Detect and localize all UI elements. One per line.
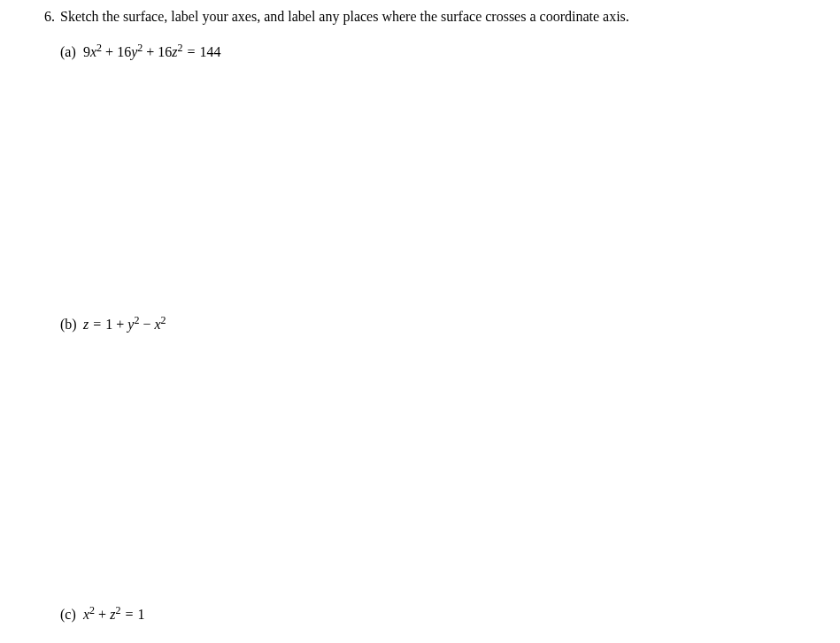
minus-b: −	[143, 317, 150, 332]
part-b-equation: z=1+y2−x2	[83, 317, 166, 333]
var-x-b: x	[154, 317, 160, 332]
coef-16a: 16	[117, 44, 131, 59]
const-1: 1	[105, 317, 112, 332]
part-a-label: (a)	[60, 44, 83, 60]
part-a-equation: 9x2+16y2+16z2=144	[83, 44, 221, 60]
part-b: (b) z=1+y2−x2	[60, 317, 822, 333]
part-c: (c) x2+z2=1	[60, 607, 822, 623]
plus-b: +	[116, 317, 124, 332]
part-a: (a) 9x2+16y2+16z2=144	[60, 44, 822, 60]
coef-16b: 16	[158, 44, 172, 59]
part-b-label: (b)	[60, 317, 83, 333]
problem-text: Sketch the surface, label your axes, and…	[60, 7, 629, 27]
equals-c: =	[125, 607, 133, 622]
part-c-equation: x2+z2=1	[83, 607, 144, 623]
plus-op: +	[105, 44, 113, 59]
plus-op-2: +	[146, 44, 154, 59]
rhs-1: 1	[137, 607, 144, 622]
problem-6: 6. Sketch the surface, label your axes, …	[34, 7, 822, 27]
plus-c: +	[98, 607, 106, 622]
coef-9: 9	[83, 44, 90, 59]
equals: =	[188, 44, 196, 59]
rhs-144: 144	[200, 44, 221, 59]
equals-b: =	[93, 317, 101, 332]
problem-number: 6.	[34, 9, 55, 25]
part-c-label: (c)	[60, 607, 83, 623]
var-z-b: z	[83, 317, 89, 332]
